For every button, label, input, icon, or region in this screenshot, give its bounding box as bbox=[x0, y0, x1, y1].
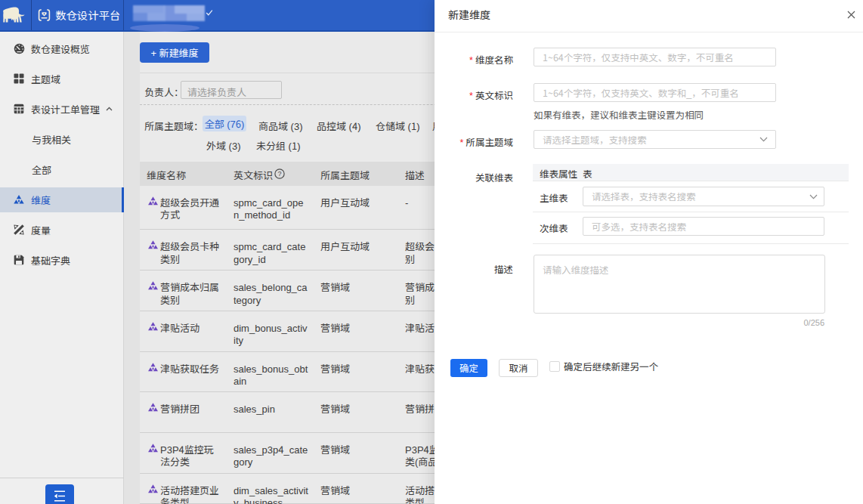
svg-text:?: ? bbox=[277, 170, 281, 178]
